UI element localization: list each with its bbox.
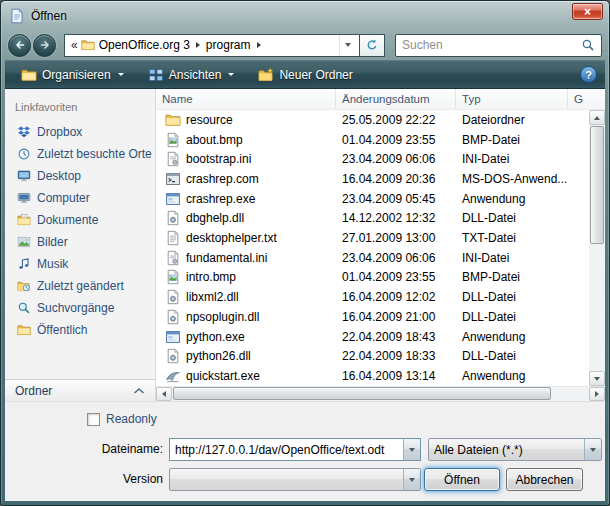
column-header-date[interactable]: Änderungsdatum (336, 89, 456, 109)
file-row[interactable]: npsoplugin.dll16.04.2009 21:00DLL-Datei (156, 307, 589, 327)
file-row[interactable]: python.exe22.04.2009 18:43Anwendung (156, 327, 589, 347)
file-row[interactable]: libxml2.dll16.04.2009 12:02DLL-Datei (156, 287, 589, 307)
cancel-button[interactable]: Abbrechen (506, 468, 583, 491)
breadcrumb-separator-icon[interactable] (257, 42, 261, 48)
back-arrow-icon (13, 38, 27, 52)
sidebar-item-dropbox[interactable]: Dropbox (5, 121, 155, 143)
folder-icon (81, 38, 95, 52)
breadcrumb-overflow[interactable]: « (68, 38, 81, 52)
back-button[interactable] (8, 34, 31, 57)
file-name-cell: crashrep.exe (156, 191, 336, 207)
recent-icon (17, 147, 31, 161)
file-name-cell: quickstart.exe (156, 368, 336, 384)
new-folder-icon (258, 67, 274, 83)
scroll-right-button[interactable] (589, 387, 605, 401)
exe-icon (165, 329, 181, 345)
sidebar-item-zuletzt-besuchte-orte[interactable]: Zuletzt besuchte Orte (5, 143, 155, 165)
window-title: Öffnen (31, 9, 67, 23)
refresh-button[interactable] (360, 34, 385, 57)
folders-label: Ordner (15, 384, 52, 398)
scroll-down-button[interactable] (589, 371, 605, 386)
help-button[interactable]: ? (580, 66, 597, 83)
filetype-select[interactable]: Alle Dateien (*.*) (428, 438, 602, 461)
file-row[interactable]: python26.dll22.04.2009 18:33DLL-Datei (156, 346, 589, 366)
address-history-dropdown[interactable] (339, 35, 356, 56)
file-name-cell: about.bmp (156, 132, 336, 148)
breadcrumb-segment-program[interactable]: program (202, 38, 255, 52)
vertical-scrollbar[interactable] (589, 110, 605, 386)
close-button[interactable]: × (572, 3, 603, 20)
sidebar-item-öffentlich[interactable]: Öffentlich (5, 319, 155, 341)
breadcrumb-separator-icon[interactable] (196, 42, 200, 48)
filetype-dropdown-button[interactable] (584, 439, 601, 460)
file-row[interactable]: crashrep.com16.04.2009 20:36MS-DOS-Anwen… (156, 169, 589, 189)
file-name: fundamental.ini (186, 251, 267, 265)
navigation-bar: « OpenOffice.org 3 program Suchen (1, 30, 609, 60)
sidebar: Linkfavoriten DropboxZuletzt besuchte Or… (5, 89, 156, 401)
changed-icon (17, 279, 31, 293)
dll-icon (165, 210, 181, 226)
column-headers: Name Änderungsdatum Typ G (156, 89, 605, 110)
file-row[interactable]: bootstrap.ini23.04.2009 06:06INI-Datei (156, 149, 589, 169)
vertical-scroll-thumb[interactable] (590, 126, 604, 244)
file-date: 16.04.2009 13:14 (336, 369, 456, 383)
forward-arrow-icon (38, 38, 52, 52)
scroll-up-button[interactable] (589, 110, 605, 125)
search-box[interactable]: Suchen (395, 34, 602, 57)
horizontal-scroll-thumb[interactable] (173, 387, 551, 400)
sidebar-item-bilder[interactable]: Bilder (5, 231, 155, 253)
file-row[interactable]: desktophelper.txt27.01.2009 13:00TXT-Dat… (156, 228, 589, 248)
new-folder-button[interactable]: Neuer Ordner (250, 64, 360, 86)
column-header-type[interactable]: Typ (456, 89, 568, 109)
file-row[interactable]: intro.bmp01.04.2009 23:55BMP-Datei (156, 268, 589, 288)
command-bar: Organisieren Ansichten Neuer Ordner ? (5, 60, 605, 89)
file-row[interactable]: dbghelp.dll14.12.2002 12:32DLL-Datei (156, 209, 589, 229)
horizontal-scrollbar[interactable] (156, 386, 605, 401)
chevron-up-icon (133, 387, 145, 395)
forward-button[interactable] (33, 34, 56, 57)
sidebar-item-suchvorgänge[interactable]: Suchvorgänge (5, 297, 155, 319)
open-button[interactable]: Öffnen (424, 468, 500, 491)
file-name-cell: bootstrap.ini (156, 151, 336, 167)
file-row[interactable]: about.bmp01.04.2009 23:55BMP-Datei (156, 130, 589, 150)
titlebar[interactable]: Öffnen × (1, 1, 609, 30)
cancel-button-label: Abbrechen (515, 473, 573, 487)
file-name: python.exe (186, 330, 245, 344)
sidebar-item-desktop[interactable]: Desktop (5, 165, 155, 187)
searches-icon (17, 301, 31, 315)
version-dropdown-button[interactable] (403, 469, 420, 490)
organize-button[interactable]: Organisieren (13, 64, 132, 86)
filename-dropdown-button[interactable] (403, 439, 420, 460)
column-header-name[interactable]: Name (156, 89, 336, 109)
file-row[interactable]: resource25.05.2009 22:22Dateiordner (156, 110, 589, 130)
file-type: Anwendung (456, 369, 568, 383)
file-row[interactable]: crashrep.exe23.04.2009 05:45Anwendung (156, 189, 589, 209)
help-icon: ? (585, 69, 592, 81)
readonly-checkbox[interactable] (87, 413, 100, 426)
dialog-footer: Readonly Dateiname: http://127.0.0.1/dav… (5, 401, 605, 501)
version-select[interactable] (169, 468, 421, 491)
sidebar-item-computer[interactable]: Computer (5, 187, 155, 209)
file-type: Anwendung (456, 330, 568, 344)
close-icon: × (584, 6, 591, 18)
quickstart-icon (165, 368, 181, 384)
folders-expander[interactable]: Ordner (5, 379, 155, 401)
file-name: npsoplugin.dll (186, 310, 259, 324)
sidebar-item-zuletzt-geändert[interactable]: Zuletzt geändert (5, 275, 155, 297)
file-type: Anwendung (456, 192, 568, 206)
sidebar-item-musik[interactable]: Musik (5, 253, 155, 275)
column-header-size[interactable]: G (568, 89, 605, 109)
filename-input[interactable]: http://127.0.0.1/dav/OpenOffice/text.odt (169, 438, 421, 461)
filename-value[interactable]: http://127.0.0.1/dav/OpenOffice/text.odt (170, 443, 403, 457)
file-type: DLL-Datei (456, 290, 568, 304)
file-row[interactable]: quickstart.exe16.04.2009 13:14Anwendung (156, 366, 589, 386)
file-type: DLL-Datei (456, 349, 568, 363)
file-row[interactable]: fundamental.ini23.04.2009 06:06INI-Datei (156, 248, 589, 268)
ini-icon (165, 250, 181, 266)
address-bar[interactable]: « OpenOffice.org 3 program (64, 34, 360, 57)
file-name: dbghelp.dll (186, 211, 244, 225)
breadcrumb-segment-openoffice[interactable]: OpenOffice.org 3 (95, 38, 194, 52)
scroll-left-button[interactable] (156, 387, 172, 401)
sidebar-item-dokumente[interactable]: Dokumente (5, 209, 155, 231)
views-button[interactable]: Ansichten (140, 64, 243, 86)
